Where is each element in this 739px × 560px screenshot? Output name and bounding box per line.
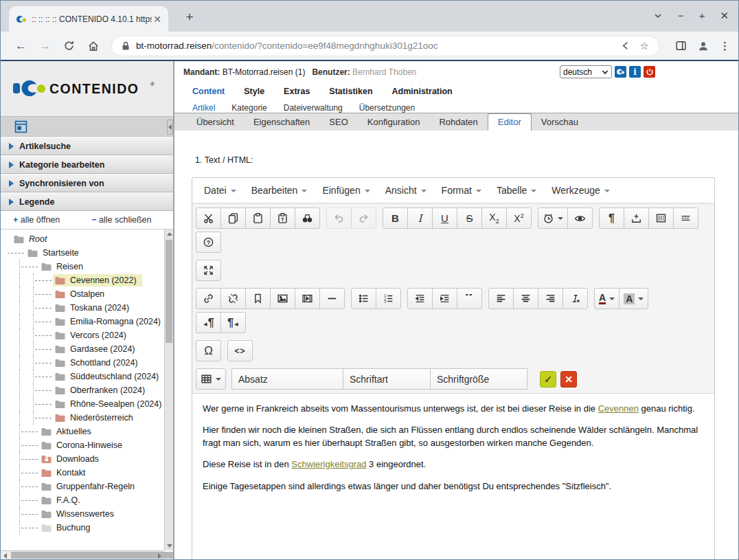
reload-icon[interactable] (63, 40, 75, 52)
subnav-item-kategorie[interactable]: Kategorie (231, 103, 266, 113)
tree-node-aktuelles[interactable]: Aktuelles (39, 425, 97, 438)
tree-node-wissenswertes[interactable]: Wissenswertes (39, 508, 120, 520)
align-left-icon[interactable] (488, 288, 514, 309)
indent-icon[interactable] (432, 288, 457, 309)
toc-icon[interactable] (624, 208, 649, 229)
menu-datei[interactable]: Datei (196, 181, 244, 200)
tab-rohdaten[interactable]: Rohdaten (429, 114, 487, 131)
rtl-icon[interactable]: ¶◀ (220, 312, 246, 333)
tree-vertical-scrollbar[interactable] (164, 229, 173, 550)
accordion-legende[interactable]: Legende (1, 192, 173, 211)
font-family-select[interactable]: Schriftart (343, 368, 431, 390)
superscript-icon[interactable]: X2 (506, 208, 532, 229)
source-code-icon[interactable]: <> (227, 340, 253, 361)
subnav-item-artikel[interactable]: Artikel (192, 103, 215, 113)
link-icon[interactable] (196, 288, 221, 309)
close-icon[interactable]: ✕ (720, 8, 729, 24)
tab-search-chevron-icon[interactable] (653, 11, 663, 21)
language-select[interactable]: deutsch (560, 65, 612, 78)
vertical-scroll-thumb[interactable] (166, 240, 172, 343)
accordion-artikelsuche[interactable]: Artikelsuche (1, 137, 173, 155)
help-icon[interactable]: ? (196, 232, 221, 253)
tree-node-s-ddeutschland-2024-[interactable]: Süddeutschland (2024) (53, 370, 164, 383)
background-color-icon[interactable]: A (619, 288, 648, 309)
menu-tabelle[interactable]: Tabelle (489, 181, 544, 200)
tree-node-kontakt[interactable]: Kontakt (39, 467, 91, 479)
tree-node-cevennen-2022-[interactable]: Cevennen (2022) (53, 274, 142, 287)
nav-item-content[interactable]: Content (192, 87, 225, 96)
remove-format-icon[interactable] (562, 288, 588, 309)
menu-bearbeiten[interactable]: Bearbeiten (244, 181, 315, 200)
collapse-all-link[interactable]: − alle schließen (91, 215, 151, 225)
numbered-list-icon[interactable]: 123 (376, 288, 401, 309)
bullet-list-icon[interactable] (351, 288, 376, 309)
scroll-down-icon[interactable] (165, 541, 173, 550)
subnav-item--bersetzungen[interactable]: Übersetzungen (359, 103, 415, 113)
minimize-icon[interactable]: − (678, 8, 684, 24)
paste-text-icon[interactable]: T (270, 208, 295, 229)
logout-power-icon[interactable] (644, 66, 655, 78)
redo-icon[interactable] (351, 208, 376, 229)
accordion-kategorie-bearbeiten[interactable]: Kategorie bearbeiten (1, 155, 173, 174)
content-link[interactable]: Schwierigkeitsgrad (291, 459, 366, 469)
scroll-right-icon[interactable] (155, 551, 164, 559)
nav-item-statistiken[interactable]: Statistiken (329, 87, 372, 96)
nav-item-administration[interactable]: Administration (392, 87, 453, 96)
template-icon[interactable] (648, 208, 674, 229)
tree-node-toskana-2024-[interactable]: Toskana (2024) (53, 302, 135, 314)
browser-menu-icon[interactable]: ⋮ (720, 40, 730, 52)
tab-konfiguration[interactable]: Konfiguration (358, 114, 430, 131)
align-center-icon[interactable] (513, 288, 538, 309)
tree-node-downloads[interactable]: Downloads (39, 453, 104, 465)
bookmark-star-icon[interactable]: ☆ (640, 40, 649, 52)
tree-node-emilia-romagna-2024-[interactable]: Emilia-Romagna (2024) (53, 315, 164, 328)
tree-node-schottland-2024-[interactable]: Schottland (2024) (53, 357, 144, 369)
table-icon[interactable] (196, 368, 226, 390)
italic-icon[interactable]: I (407, 208, 433, 229)
undo-icon[interactable] (326, 208, 352, 229)
tab-seo[interactable]: SEO (319, 114, 357, 131)
insertdatetime-icon[interactable] (538, 208, 568, 229)
tree-node-f-a-q-[interactable]: F.A.Q. (39, 494, 86, 506)
tree-horizontal-scrollbar[interactable] (1, 550, 164, 559)
font-size-select[interactable]: Schriftgröße (430, 368, 527, 390)
maximize-icon[interactable]: + (699, 8, 705, 24)
profile-avatar-icon[interactable] (697, 40, 709, 52)
frame-layout-icon[interactable] (14, 120, 27, 133)
bold-icon[interactable]: B (383, 208, 408, 229)
tree-node-oberfranken-2024-[interactable]: Oberfranken (2024) (53, 384, 150, 396)
tab-close-icon[interactable]: ✕ (152, 14, 163, 25)
tree-node-buchung[interactable]: Buchung (39, 522, 95, 534)
tab-übersicht[interactable]: Übersicht (187, 114, 244, 131)
nav-item-extras[interactable]: Extras (284, 87, 310, 96)
tree-node-ostalpen[interactable]: Ostalpen (53, 288, 110, 300)
ltr-icon[interactable]: ◀¶ (196, 312, 221, 333)
media-icon[interactable] (295, 288, 320, 309)
outdent-icon[interactable] (407, 288, 433, 309)
tree-node-root[interactable]: Root (12, 233, 52, 245)
blockquote-icon[interactable]: “ (457, 288, 482, 309)
strikethrough-icon[interactable]: S (457, 208, 482, 229)
tree-node-rh-ne-seealpen-2024-[interactable]: Rhône-Seealpen (2024) (53, 398, 164, 410)
accordion-synchronisieren-von[interactable]: Synchronisieren von (1, 174, 173, 192)
cancel-x-icon[interactable]: ✕ (560, 371, 577, 388)
tree-node-reisen[interactable]: Reisen (39, 260, 89, 273)
home-icon[interactable] (87, 40, 100, 52)
horizontal-rule-icon[interactable] (319, 288, 345, 309)
menu-ansicht[interactable]: Ansicht (378, 181, 434, 200)
unlink-icon[interactable] (220, 288, 246, 309)
share-icon[interactable] (620, 41, 630, 51)
align-right-icon[interactable] (538, 288, 563, 309)
paste-icon[interactable] (245, 208, 271, 229)
tab-editor[interactable]: Editor (488, 113, 532, 131)
menu-werkzeuge[interactable]: Werkzeuge (544, 181, 617, 200)
menu-einfügen[interactable]: Einfügen (315, 181, 377, 200)
horizontal-scroll-thumb[interactable] (11, 552, 173, 559)
forward-icon[interactable]: → (39, 39, 51, 53)
subscript-icon[interactable]: X2 (481, 208, 507, 229)
fullscreen-icon[interactable] (196, 260, 221, 281)
browser-tab[interactable]: :: :: :: :: CONTENIDO 4.10.1 https ✕ (9, 6, 168, 32)
tree-node-gardasee-2024-[interactable]: Gardasee (2024) (53, 343, 141, 355)
image-icon[interactable] (270, 288, 295, 309)
special-character-icon[interactable]: Ω (196, 340, 221, 361)
